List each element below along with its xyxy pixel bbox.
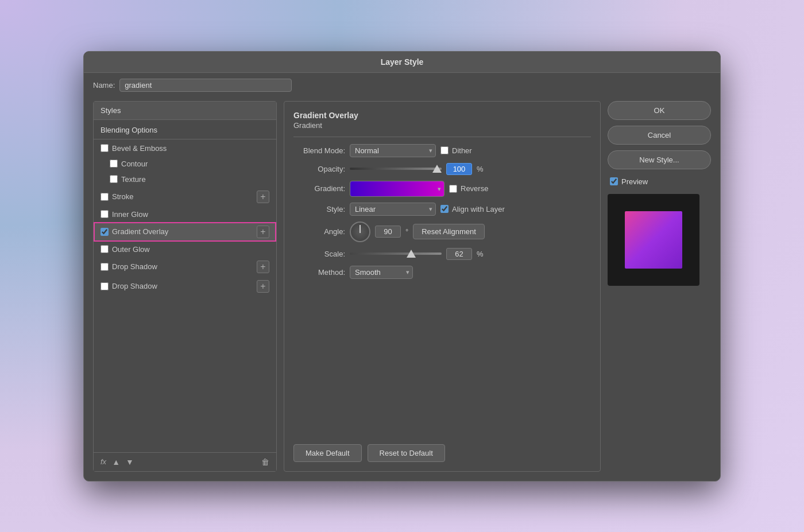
stroke-plus-button[interactable]: + [257,191,269,203]
scale-slider[interactable] [350,248,442,259]
angle-input[interactable] [375,226,401,238]
scale-row: Scale: % [293,248,591,260]
angle-dial[interactable] [350,222,370,242]
drop-shadow-2-label: Drop Shadow [112,282,157,290]
blend-mode-row: Blend Mode: Normal Dissolve Multiply Scr… [293,144,591,157]
inner-glow-checkbox[interactable] [100,210,109,218]
gradient-preview[interactable] [350,181,444,197]
preview-gradient-box [625,211,682,269]
delete-button[interactable]: 🗑 [261,457,269,467]
panel-subtitle-text: Gradient [293,121,591,130]
move-up-button[interactable]: ▲ [112,457,120,467]
outer-glow-checkbox[interactable] [100,245,109,253]
inner-glow-label: Inner Glow [112,210,148,219]
center-panel: Gradient Overlay Gradient Blend Mode: No… [284,101,601,472]
align-layer-checkbox-label: Align with Layer [440,205,505,213]
opacity-row: Opacity: % [293,163,591,175]
align-layer-label: Align with Layer [452,205,505,213]
stroke-label: Stroke [112,192,134,201]
preview-checkbox[interactable] [610,177,618,185]
cancel-button[interactable]: Cancel [608,126,711,145]
texture-checkbox[interactable] [110,175,118,183]
angle-dial-line [360,225,361,233]
contour-checkbox[interactable] [110,160,118,168]
new-style-button[interactable]: New Style... [608,150,711,169]
bevel-emboss-checkbox[interactable] [100,144,109,152]
dither-checkbox-label: Dither [440,146,472,155]
angle-label: Angle: [293,227,345,236]
dither-checkbox[interactable] [440,146,449,154]
contour-label: Contour [121,160,148,168]
angle-deg: ° [405,227,408,236]
texture-label: Texture [121,175,146,184]
opacity-percent: % [477,165,484,173]
gradient-label: Gradient: [293,184,345,193]
opacity-slider[interactable] [350,163,442,174]
make-default-button[interactable]: Make Default [293,444,362,462]
opacity-input[interactable] [446,163,472,175]
preview-label: Preview [608,177,711,186]
sidebar-item-contour[interactable]: Contour [94,156,276,172]
bottom-buttons: Make Default Reset to Default [293,437,591,462]
method-label: Method: [293,268,345,277]
dialog-body: Styles Blending Options Bevel & Emboss C… [84,92,720,481]
blend-mode-select-wrapper: Normal Dissolve Multiply Screen Overlay [350,144,436,157]
gradient-row: Gradient: Reverse [293,181,591,197]
sidebar-item-gradient-overlay[interactable]: Gradient Overlay + [94,222,276,242]
ok-button[interactable]: OK [608,101,711,120]
panel-title: Gradient Overlay Gradient [293,111,591,130]
scale-input[interactable] [446,248,472,260]
sidebar-item-drop-shadow-2[interactable]: Drop Shadow + [94,277,276,296]
reverse-checkbox-label: Reverse [449,184,488,193]
blend-mode-label: Blend Mode: [293,146,345,155]
drop-shadow-1-checkbox[interactable] [100,263,109,271]
dialog-titlebar: Layer Style [84,52,720,73]
left-panel-items: Blending Options Bevel & Emboss Contour … [94,120,276,452]
gradient-overlay-checkbox[interactable] [100,228,109,236]
drop-shadow-2-plus-button[interactable]: + [257,280,269,293]
reset-to-default-button[interactable]: Reset to Default [368,444,445,462]
scale-percent: % [477,250,484,258]
sidebar-item-blending-options[interactable]: Blending Options [94,122,276,138]
sidebar-item-drop-shadow-1[interactable]: Drop Shadow + [94,257,276,277]
dialog-title: Layer Style [381,57,424,67]
reverse-label: Reverse [461,184,488,193]
left-panel: Styles Blending Options Bevel & Emboss C… [93,101,277,472]
name-input[interactable] [119,79,292,92]
method-select[interactable]: Smooth Perceptual Saturation [350,266,413,279]
angle-row: Angle: ° Reset Alignment [293,222,591,242]
style-select-wrapper: Linear Radial Angle Reflected Diamond [350,203,436,216]
sidebar-item-texture[interactable]: Texture [94,172,276,187]
sidebar-item-outer-glow[interactable]: Outer Glow [94,242,276,257]
drop-shadow-1-label: Drop Shadow [112,262,157,271]
fx-button[interactable]: fx [100,457,106,466]
move-down-button[interactable]: ▼ [126,457,134,467]
method-select-wrapper: Smooth Perceptual Saturation [350,266,413,279]
gradient-preview-wrapper [350,181,444,197]
name-label: Name: [93,81,115,90]
stroke-checkbox[interactable] [100,193,109,201]
left-panel-footer: fx ▲ ▼ 🗑 [94,452,276,471]
left-panel-header: Styles [94,102,276,120]
opacity-label: Opacity: [293,165,345,173]
bevel-emboss-label: Bevel & Emboss [112,144,167,153]
reverse-checkbox[interactable] [449,185,457,193]
method-row: Method: Smooth Perceptual Saturation [293,266,591,279]
reset-alignment-button[interactable]: Reset Alignment [413,224,485,239]
name-row: Name: [84,73,720,92]
sidebar-item-inner-glow[interactable]: Inner Glow [94,207,276,222]
drop-shadow-1-plus-button[interactable]: + [257,261,269,273]
blending-options-label: Blending Options [100,126,157,134]
styles-header-label: Styles [100,106,121,115]
blend-mode-select[interactable]: Normal Dissolve Multiply Screen Overlay [350,144,436,157]
drop-shadow-2-checkbox[interactable] [100,282,109,290]
sidebar-item-stroke[interactable]: Stroke + [94,187,276,207]
style-label: Style: [293,205,345,213]
align-layer-checkbox[interactable] [440,205,449,213]
sidebar-item-bevel-emboss[interactable]: Bevel & Emboss [94,141,276,156]
layer-style-dialog: Layer Style Name: Styles Blending Option… [83,51,721,481]
style-row: Style: Linear Radial Angle Reflected Dia… [293,203,591,216]
scale-label: Scale: [293,250,345,258]
gradient-overlay-plus-button[interactable]: + [257,226,269,238]
style-select[interactable]: Linear Radial Angle Reflected Diamond [350,203,436,216]
